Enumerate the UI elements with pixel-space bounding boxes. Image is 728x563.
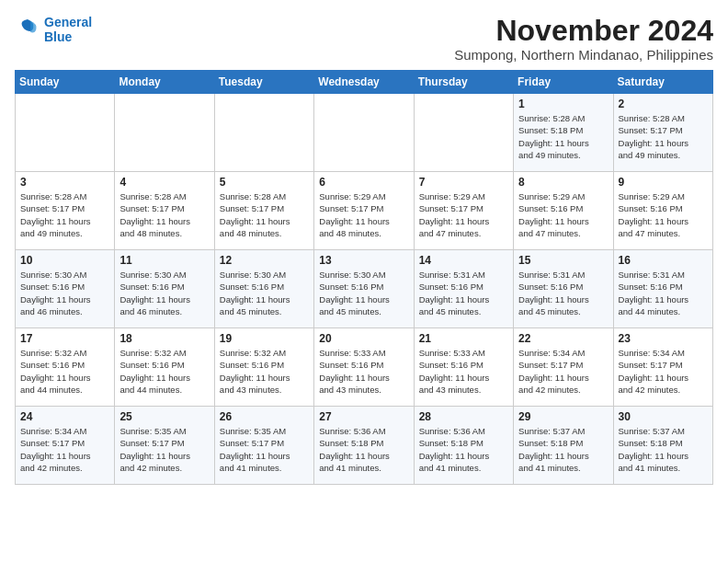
day-number: 10 bbox=[20, 254, 110, 267]
calendar-cell: 27Sunrise: 5:36 AMSunset: 5:18 PMDayligh… bbox=[314, 407, 414, 485]
calendar-cell: 4Sunrise: 5:28 AMSunset: 5:17 PMDaylight… bbox=[115, 172, 214, 250]
day-info: Sunrise: 5:29 AMSunset: 5:17 PMDaylight:… bbox=[419, 190, 509, 239]
day-info: Sunrise: 5:37 AMSunset: 5:18 PMDaylight:… bbox=[518, 425, 609, 474]
calendar-cell: 25Sunrise: 5:35 AMSunset: 5:17 PMDayligh… bbox=[115, 407, 214, 485]
day-info: Sunrise: 5:37 AMSunset: 5:18 PMDaylight:… bbox=[619, 425, 709, 474]
day-info: Sunrise: 5:29 AMSunset: 5:16 PMDaylight:… bbox=[518, 190, 609, 239]
logo-icon bbox=[15, 17, 40, 42]
calendar-cell bbox=[414, 94, 513, 172]
day-info: Sunrise: 5:36 AMSunset: 5:18 PMDaylight:… bbox=[419, 425, 509, 474]
day-number: 29 bbox=[518, 410, 609, 423]
day-number: 24 bbox=[20, 410, 110, 423]
day-info: Sunrise: 5:30 AMSunset: 5:16 PMDaylight:… bbox=[319, 269, 409, 317]
calendar-cell: 17Sunrise: 5:32 AMSunset: 5:16 PMDayligh… bbox=[16, 328, 115, 407]
day-number: 5 bbox=[220, 176, 310, 189]
calendar-cell bbox=[314, 94, 414, 172]
day-header-sunday: Sunday bbox=[16, 71, 115, 94]
week-row-2: 3Sunrise: 5:28 AMSunset: 5:17 PMDaylight… bbox=[16, 172, 713, 250]
day-number: 11 bbox=[119, 254, 210, 267]
day-number: 6 bbox=[319, 176, 409, 189]
day-number: 19 bbox=[220, 332, 310, 345]
calendar-cell: 18Sunrise: 5:32 AMSunset: 5:16 PMDayligh… bbox=[115, 328, 214, 407]
day-info: Sunrise: 5:28 AMSunset: 5:17 PMDaylight:… bbox=[619, 112, 709, 161]
calendar-cell: 1Sunrise: 5:28 AMSunset: 5:18 PMDaylight… bbox=[514, 94, 613, 172]
day-number: 25 bbox=[119, 410, 210, 423]
calendar-cell: 10Sunrise: 5:30 AMSunset: 5:16 PMDayligh… bbox=[16, 250, 115, 328]
day-info: Sunrise: 5:32 AMSunset: 5:16 PMDaylight:… bbox=[20, 347, 110, 396]
day-header-tuesday: Tuesday bbox=[214, 71, 313, 94]
header: General Blue November 2024 Sumpong, Nort… bbox=[15, 15, 713, 63]
day-number: 1 bbox=[518, 98, 609, 110]
day-number: 15 bbox=[518, 254, 609, 267]
title-area: November 2024 Sumpong, Northern Mindanao… bbox=[454, 15, 713, 63]
calendar-cell: 7Sunrise: 5:29 AMSunset: 5:17 PMDaylight… bbox=[414, 172, 513, 250]
calendar-cell: 16Sunrise: 5:31 AMSunset: 5:16 PMDayligh… bbox=[613, 250, 712, 328]
day-number: 30 bbox=[619, 410, 709, 423]
calendar-cell: 2Sunrise: 5:28 AMSunset: 5:17 PMDaylight… bbox=[613, 94, 712, 172]
day-number: 4 bbox=[119, 176, 210, 189]
calendar-cell bbox=[16, 94, 115, 172]
calendar-cell: 24Sunrise: 5:34 AMSunset: 5:17 PMDayligh… bbox=[16, 407, 115, 485]
day-info: Sunrise: 5:28 AMSunset: 5:18 PMDaylight:… bbox=[518, 112, 609, 161]
calendar-cell: 12Sunrise: 5:30 AMSunset: 5:16 PMDayligh… bbox=[214, 250, 313, 328]
week-row-3: 10Sunrise: 5:30 AMSunset: 5:16 PMDayligh… bbox=[16, 250, 713, 328]
day-number: 9 bbox=[619, 176, 709, 189]
calendar-cell: 22Sunrise: 5:34 AMSunset: 5:17 PMDayligh… bbox=[514, 328, 613, 407]
day-info: Sunrise: 5:32 AMSunset: 5:16 PMDaylight:… bbox=[119, 347, 210, 396]
day-number: 8 bbox=[518, 176, 609, 189]
day-number: 28 bbox=[419, 410, 509, 423]
calendar-cell bbox=[115, 94, 214, 172]
calendar-cell: 29Sunrise: 5:37 AMSunset: 5:18 PMDayligh… bbox=[514, 407, 613, 485]
header-row: SundayMondayTuesdayWednesdayThursdayFrid… bbox=[16, 71, 713, 94]
day-number: 3 bbox=[20, 176, 110, 189]
day-number: 20 bbox=[319, 332, 409, 345]
day-info: Sunrise: 5:36 AMSunset: 5:18 PMDaylight:… bbox=[319, 425, 409, 474]
day-number: 2 bbox=[619, 98, 709, 110]
day-info: Sunrise: 5:28 AMSunset: 5:17 PMDaylight:… bbox=[119, 190, 210, 239]
day-info: Sunrise: 5:35 AMSunset: 5:17 PMDaylight:… bbox=[119, 425, 210, 474]
week-row-1: 1Sunrise: 5:28 AMSunset: 5:18 PMDaylight… bbox=[16, 94, 713, 172]
day-info: Sunrise: 5:28 AMSunset: 5:17 PMDaylight:… bbox=[220, 190, 310, 239]
calendar-cell: 9Sunrise: 5:29 AMSunset: 5:16 PMDaylight… bbox=[613, 172, 712, 250]
day-info: Sunrise: 5:29 AMSunset: 5:17 PMDaylight:… bbox=[319, 190, 409, 239]
day-number: 13 bbox=[319, 254, 409, 267]
calendar-cell: 19Sunrise: 5:32 AMSunset: 5:16 PMDayligh… bbox=[214, 328, 313, 407]
day-info: Sunrise: 5:35 AMSunset: 5:17 PMDaylight:… bbox=[220, 425, 310, 474]
calendar-cell: 13Sunrise: 5:30 AMSunset: 5:16 PMDayligh… bbox=[314, 250, 414, 328]
calendar-cell: 26Sunrise: 5:35 AMSunset: 5:17 PMDayligh… bbox=[214, 407, 313, 485]
week-row-4: 17Sunrise: 5:32 AMSunset: 5:16 PMDayligh… bbox=[16, 328, 713, 407]
day-info: Sunrise: 5:31 AMSunset: 5:16 PMDaylight:… bbox=[518, 269, 609, 317]
day-header-friday: Friday bbox=[514, 71, 613, 94]
day-info: Sunrise: 5:33 AMSunset: 5:16 PMDaylight:… bbox=[319, 347, 409, 396]
day-info: Sunrise: 5:34 AMSunset: 5:17 PMDaylight:… bbox=[20, 425, 110, 474]
calendar-cell: 20Sunrise: 5:33 AMSunset: 5:16 PMDayligh… bbox=[314, 328, 414, 407]
day-number: 7 bbox=[419, 176, 509, 189]
day-number: 27 bbox=[319, 410, 409, 423]
day-info: Sunrise: 5:30 AMSunset: 5:16 PMDaylight:… bbox=[220, 269, 310, 317]
day-number: 12 bbox=[220, 254, 310, 267]
day-info: Sunrise: 5:31 AMSunset: 5:16 PMDaylight:… bbox=[619, 269, 709, 317]
page: General Blue November 2024 Sumpong, Nort… bbox=[0, 0, 728, 496]
calendar-cell: 5Sunrise: 5:28 AMSunset: 5:17 PMDaylight… bbox=[214, 172, 313, 250]
day-number: 21 bbox=[419, 332, 509, 345]
week-row-5: 24Sunrise: 5:34 AMSunset: 5:17 PMDayligh… bbox=[16, 407, 713, 485]
day-info: Sunrise: 5:29 AMSunset: 5:16 PMDaylight:… bbox=[619, 190, 709, 239]
calendar-cell: 14Sunrise: 5:31 AMSunset: 5:16 PMDayligh… bbox=[414, 250, 513, 328]
day-info: Sunrise: 5:34 AMSunset: 5:17 PMDaylight:… bbox=[619, 347, 709, 396]
day-info: Sunrise: 5:31 AMSunset: 5:16 PMDaylight:… bbox=[419, 269, 509, 317]
day-number: 16 bbox=[619, 254, 709, 267]
calendar-cell bbox=[214, 94, 313, 172]
day-header-thursday: Thursday bbox=[414, 71, 513, 94]
calendar-cell: 15Sunrise: 5:31 AMSunset: 5:16 PMDayligh… bbox=[514, 250, 613, 328]
calendar-cell: 23Sunrise: 5:34 AMSunset: 5:17 PMDayligh… bbox=[613, 328, 712, 407]
day-info: Sunrise: 5:34 AMSunset: 5:17 PMDaylight:… bbox=[518, 347, 609, 396]
day-header-wednesday: Wednesday bbox=[314, 71, 414, 94]
day-header-saturday: Saturday bbox=[613, 71, 712, 94]
calendar-cell: 28Sunrise: 5:36 AMSunset: 5:18 PMDayligh… bbox=[414, 407, 513, 485]
calendar-cell: 6Sunrise: 5:29 AMSunset: 5:17 PMDaylight… bbox=[314, 172, 414, 250]
day-header-monday: Monday bbox=[115, 71, 214, 94]
day-number: 18 bbox=[119, 332, 210, 345]
logo: General Blue bbox=[15, 15, 92, 44]
day-number: 17 bbox=[20, 332, 110, 345]
day-number: 14 bbox=[419, 254, 509, 267]
